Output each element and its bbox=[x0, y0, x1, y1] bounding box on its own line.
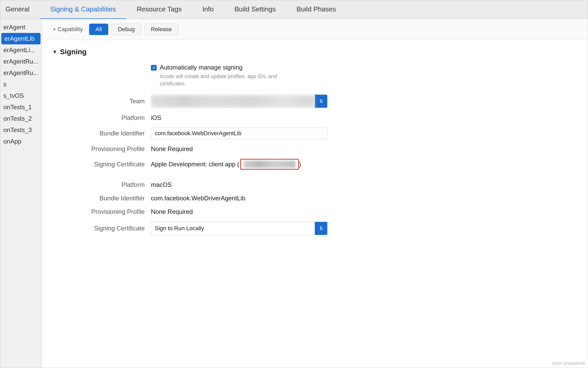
ios-bundle-input[interactable] bbox=[151, 128, 328, 139]
macos-prov-value: None Required bbox=[151, 208, 193, 215]
sidebar-item-3[interactable]: erAgentRu... bbox=[0, 56, 42, 67]
macos-bundle-value: com.facebook.WebDriverAgentLib bbox=[151, 195, 245, 202]
macos-cert-label: Signing Certificate bbox=[52, 225, 151, 232]
tab-build-phases[interactable]: Build Phases bbox=[286, 0, 346, 19]
ios-cert-suffix: ) bbox=[299, 161, 301, 168]
tab-resource-tags[interactable]: Resource Tags bbox=[126, 0, 192, 19]
team-row: Team ⇅ bbox=[52, 94, 577, 108]
tab-signing[interactable]: Signing & Capabilities bbox=[40, 0, 126, 19]
auto-manage-area: ✓ Automatically manage signing Xcode wil… bbox=[151, 64, 577, 87]
app-window: General Signing & Capabilities Resource … bbox=[0, 0, 588, 368]
sign-local-arrow-icon[interactable]: ⇅ bbox=[315, 222, 327, 235]
sidebar: erAgent erAgentLib erAgentLi... erAgentR… bbox=[0, 19, 42, 368]
add-capability-label: + Capability bbox=[53, 26, 83, 33]
ios-cert-label: Signing Certificate bbox=[52, 161, 151, 168]
tab-general[interactable]: General bbox=[5, 0, 40, 19]
auto-manage-desc: Xcode will create and update profiles, a… bbox=[160, 73, 290, 87]
auto-manage-label: Automatically manage signing bbox=[160, 64, 290, 71]
sidebar-item-9[interactable]: onTests_3 bbox=[0, 124, 42, 136]
tab-bar: General Signing & Capabilities Resource … bbox=[0, 0, 588, 19]
ios-platform-value: iOS bbox=[151, 114, 161, 121]
ios-bundle-label: Bundle Identifier bbox=[52, 130, 151, 137]
content-area: + Capability All Debug Release ▼ Signing… bbox=[42, 19, 588, 368]
ios-bundle-row: Bundle Identifier bbox=[52, 128, 577, 139]
filter-bar: + Capability All Debug Release bbox=[42, 19, 588, 40]
macos-prov-label: Provisioning Profile bbox=[52, 208, 151, 215]
macos-bundle-row: Bundle Identifier com.facebook.WebDriver… bbox=[52, 195, 577, 202]
main-area: erAgent erAgentLib erAgentLi... erAgentR… bbox=[0, 19, 588, 368]
filter-release-button[interactable]: Release bbox=[144, 24, 178, 35]
collapse-triangle-icon[interactable]: ▼ bbox=[52, 49, 57, 55]
sidebar-item-0[interactable]: erAgent bbox=[0, 22, 42, 33]
team-select[interactable]: ⇅ bbox=[151, 94, 328, 108]
filter-all-button[interactable]: All bbox=[89, 24, 108, 35]
ios-cert-value-area: Apple Development: client app ( ) bbox=[151, 159, 301, 170]
filter-debug-button[interactable]: Debug bbox=[111, 24, 141, 35]
ios-platform-row: Platform iOS bbox=[52, 114, 577, 121]
sidebar-item-2[interactable]: erAgentLi... bbox=[0, 44, 42, 56]
tab-info[interactable]: Info bbox=[192, 0, 224, 19]
sidebar-item-7[interactable]: onTests_1 bbox=[0, 101, 42, 113]
macos-prov-row: Provisioning Profile None Required bbox=[52, 208, 577, 215]
auto-manage-checkbox[interactable]: ✓ bbox=[151, 65, 157, 71]
macos-platform-value: macOS bbox=[151, 181, 172, 188]
sidebar-item-4[interactable]: erAgentRu... bbox=[0, 67, 42, 79]
ios-cert-text: Apple Development: client app ( bbox=[151, 161, 239, 168]
sign-local-value: Sign to Run Locally bbox=[151, 223, 315, 234]
macos-cert-row: Signing Certificate Sign to Run Locally … bbox=[52, 222, 577, 235]
team-value-blurred bbox=[151, 95, 315, 107]
team-label: Team bbox=[52, 98, 151, 105]
macos-platform-label: Platform bbox=[52, 181, 151, 188]
sidebar-item-1[interactable]: erAgentLib bbox=[1, 33, 41, 44]
team-select-arrow-icon[interactable]: ⇅ bbox=[315, 95, 327, 108]
tab-build-settings[interactable]: Build Settings bbox=[224, 0, 286, 19]
ios-cert-blurred-box bbox=[240, 159, 299, 170]
macos-platform-row: Platform macOS bbox=[52, 181, 577, 188]
ios-cert-row: Signing Certificate Apple Development: c… bbox=[52, 159, 577, 170]
sidebar-item-6[interactable]: s_tvOS bbox=[0, 90, 42, 101]
sidebar-item-10[interactable]: onApp bbox=[0, 136, 42, 147]
ios-platform-label: Platform bbox=[52, 114, 151, 121]
watermark: CSDN @Nsp84ch80 bbox=[552, 361, 585, 365]
sign-local-select[interactable]: Sign to Run Locally ⇅ bbox=[151, 222, 328, 235]
ios-prov-value: None Required bbox=[151, 145, 193, 153]
macos-bundle-label: Bundle Identifier bbox=[52, 195, 151, 202]
ios-prov-label: Provisioning Profile bbox=[52, 145, 151, 153]
add-capability-button[interactable]: + Capability bbox=[50, 24, 86, 34]
sidebar-item-5[interactable]: s bbox=[0, 79, 42, 90]
section-title: Signing bbox=[60, 48, 87, 56]
checkmark-icon: ✓ bbox=[152, 65, 156, 70]
ios-prov-row: Provisioning Profile None Required bbox=[52, 145, 577, 153]
section-header: ▼ Signing bbox=[52, 48, 577, 56]
auto-manage-text: Automatically manage signing Xcode will … bbox=[160, 64, 290, 87]
signing-section: ▼ Signing ✓ Automatically manage signing… bbox=[42, 40, 588, 249]
ios-cert-blurred-value bbox=[244, 161, 296, 168]
sidebar-item-8[interactable]: onTests_2 bbox=[0, 113, 42, 124]
